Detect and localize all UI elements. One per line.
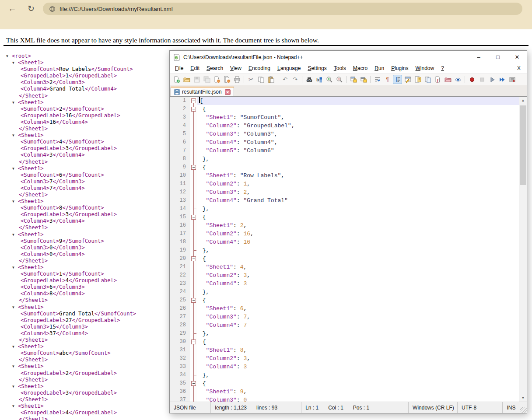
document-map-icon[interactable]: [413, 75, 422, 84]
code-text[interactable]: "Sheet1": 4,: [197, 263, 519, 271]
macro-record-icon[interactable]: [467, 75, 476, 84]
code-text[interactable]: },: [197, 288, 519, 296]
menu-encoding[interactable]: Encoding: [245, 64, 274, 72]
collapse-arrow-icon[interactable]: ▼: [12, 132, 18, 139]
minimize-button[interactable]: –: [469, 51, 488, 63]
fold-collapse-icon[interactable]: [190, 213, 197, 221]
code-text[interactable]: "Column3": "Column3",: [197, 130, 519, 138]
scrollbar-down-arrow-icon[interactable]: ▼: [519, 394, 527, 402]
function-list-icon[interactable]: f: [433, 75, 442, 84]
menu-edit[interactable]: Edit: [187, 64, 203, 72]
fold-collapse-icon[interactable]: [190, 338, 197, 346]
scrollbar-thumb[interactable]: [520, 105, 526, 185]
code-text[interactable]: "Column4": "Grand Total": [197, 196, 519, 205]
menu-tools[interactable]: Tools: [330, 64, 350, 72]
zoom-out-icon[interactable]: [335, 75, 344, 84]
fold-collapse-icon[interactable]: [190, 97, 197, 105]
code-text[interactable]: },: [197, 371, 519, 379]
fold-collapse-icon[interactable]: [190, 379, 197, 388]
collapse-arrow-icon[interactable]: ▼: [12, 60, 18, 66]
fold-collapse-icon[interactable]: [190, 105, 197, 113]
menu-help[interactable]: ?: [438, 64, 448, 72]
code-text[interactable]: },: [197, 329, 519, 338]
tab-resultantfile-json[interactable]: resultantFile.json ✕: [171, 87, 234, 96]
code-text[interactable]: "Sheet1": 9,: [197, 388, 519, 396]
scrollbar-up-arrow-icon[interactable]: ▲: [519, 97, 527, 104]
new-file-icon[interactable]: +: [172, 75, 181, 84]
collapse-arrow-icon[interactable]: ▼: [12, 363, 18, 370]
folder-as-workspace-icon[interactable]: [443, 75, 452, 84]
cut-icon[interactable]: ✂: [246, 75, 256, 84]
menubar-close-document-button[interactable]: X: [517, 65, 527, 71]
macro-play-icon[interactable]: [487, 75, 497, 84]
document-list-icon[interactable]: [423, 75, 432, 84]
sync-vertical-icon[interactable]: [349, 75, 358, 84]
close-icon[interactable]: −: [212, 75, 221, 84]
redo-icon[interactable]: ↷: [290, 75, 300, 84]
menu-window[interactable]: Window: [412, 64, 438, 72]
code-text[interactable]: "Column3": 0: [197, 396, 519, 402]
code-text[interactable]: "Column4": 3: [197, 363, 519, 371]
maximize-button[interactable]: □: [488, 51, 508, 63]
close-all-icon[interactable]: −: [222, 75, 231, 84]
paste-icon[interactable]: [266, 75, 276, 84]
code-text[interactable]: "Column5": "Column6": [197, 147, 519, 155]
code-text[interactable]: {: [197, 255, 519, 263]
menu-macro[interactable]: Macro: [350, 64, 371, 72]
refresh-icon[interactable]: ↻: [25, 3, 37, 14]
code-text[interactable]: },: [197, 155, 519, 163]
code-text[interactable]: "Column3": 2,: [197, 188, 519, 196]
code-text[interactable]: "Column4": 7: [197, 321, 519, 329]
collapse-arrow-icon[interactable]: ▼: [12, 304, 18, 311]
code-text[interactable]: [: [197, 97, 519, 105]
collapse-arrow-icon[interactable]: ▼: [12, 231, 18, 238]
find-icon[interactable]: [304, 75, 314, 84]
close-button[interactable]: ✕: [508, 51, 527, 63]
print-icon[interactable]: [232, 75, 242, 84]
menu-file[interactable]: File: [172, 64, 187, 72]
editor-area[interactable]: 1[2 {3 "Sheet1": "SumofCount",4 "Column2…: [170, 96, 527, 402]
menu-plugins[interactable]: Plugins: [388, 64, 412, 72]
code-text[interactable]: "Column4": 3: [197, 280, 519, 288]
code-text[interactable]: {: [197, 163, 519, 172]
indent-guide-icon[interactable]: [393, 75, 402, 84]
tab-close-icon[interactable]: ✕: [225, 89, 231, 95]
copy-icon[interactable]: [256, 75, 266, 84]
show-all-characters-icon[interactable]: ¶: [383, 75, 392, 84]
replace-icon[interactable]: b: [315, 75, 324, 84]
code-text[interactable]: "Column2": 3,: [197, 271, 519, 280]
code-text[interactable]: "Column4": 16: [197, 238, 519, 246]
code-text[interactable]: "Sheet1": 2,: [197, 221, 519, 230]
monitoring-icon[interactable]: [453, 75, 462, 84]
notepad-titlebar[interactable]: C:\Users\Downloads\resultantFile.json - …: [170, 51, 527, 63]
code-text[interactable]: "Column2": 3,: [197, 354, 519, 363]
open-icon[interactable]: [182, 75, 191, 84]
code-text[interactable]: "Column3": 7,: [197, 313, 519, 321]
code-text[interactable]: "Sheet1": "Row Labels",: [197, 172, 519, 180]
code-text[interactable]: {: [197, 213, 519, 221]
collapse-arrow-icon[interactable]: ▼: [12, 165, 18, 172]
menu-run[interactable]: Run: [371, 64, 388, 72]
code-text[interactable]: "Sheet1": 8,: [197, 346, 519, 354]
define-language-icon[interactable]: [403, 75, 412, 84]
sync-horizontal-icon[interactable]: [359, 75, 368, 84]
collapse-arrow-icon[interactable]: ▼: [12, 343, 18, 350]
code-text[interactable]: {: [197, 338, 519, 346]
code-text[interactable]: "Column2": "GroupedLabel",: [197, 122, 519, 130]
editor-vertical-scrollbar[interactable]: ▲ ▼: [519, 97, 527, 402]
collapse-arrow-icon[interactable]: ▼: [6, 53, 12, 60]
macro-run-multiple-icon[interactable]: [497, 75, 507, 84]
code-text[interactable]: {: [197, 296, 519, 304]
code-text[interactable]: {: [197, 379, 519, 388]
code-text[interactable]: },: [197, 205, 519, 213]
menu-view[interactable]: View: [227, 64, 245, 72]
collapse-arrow-icon[interactable]: ▼: [12, 264, 18, 271]
menu-search[interactable]: Search: [203, 64, 227, 72]
code-text[interactable]: {: [197, 105, 519, 113]
menu-language[interactable]: Language: [274, 64, 304, 72]
fold-collapse-icon[interactable]: [190, 163, 197, 172]
code-text[interactable]: "Column4": "Column4",: [197, 138, 519, 147]
macro-save-icon[interactable]: [508, 75, 517, 84]
zoom-in-icon[interactable]: [325, 75, 334, 84]
undo-icon[interactable]: ↶: [280, 75, 290, 84]
